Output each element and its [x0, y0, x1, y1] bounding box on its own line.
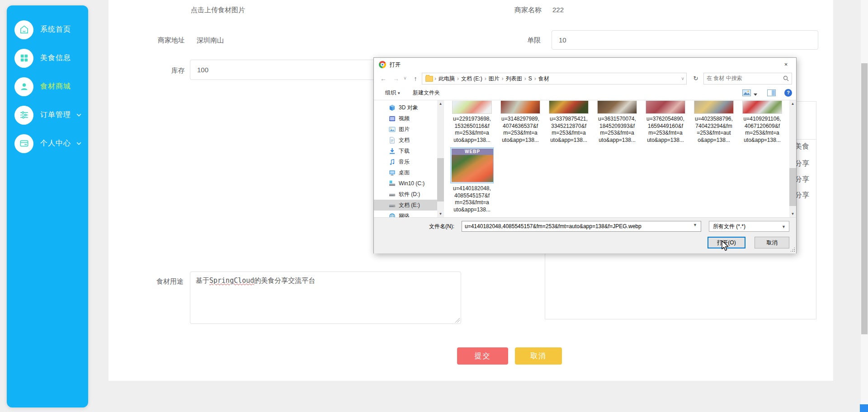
nav-pane-label: 下载: [399, 147, 410, 155]
dialog-title: 打开: [390, 58, 401, 71]
network-icon: [389, 213, 396, 218]
file-item[interactable]: u=3148297989,4074636537&fm=253&fmt=auto&…: [498, 101, 543, 144]
dialog-cancel-button[interactable]: 取消: [755, 237, 789, 248]
nav-pane-item-drive[interactable]: 软件 (D:): [374, 189, 437, 200]
music-icon: [389, 159, 396, 165]
file-name: u=3148297989,4074636537&fm=253&fmt=auto&…: [498, 116, 543, 144]
preview-pane-icon[interactable]: [767, 89, 776, 98]
file-thumbnail: [646, 101, 685, 114]
breadcrumb-item[interactable]: 列表图: [504, 75, 524, 83]
nav-pane-item-cube[interactable]: 3D 对象: [374, 102, 437, 113]
file-thumbnail: [500, 101, 540, 114]
nav-pane-item-download[interactable]: 下载: [374, 145, 437, 156]
forward-icon[interactable]: →: [391, 71, 401, 86]
usage-textarea[interactable]: 基于SpringCloud的美食分享交流平台: [190, 272, 461, 324]
sidebar-item-sliders[interactable]: 订单管理: [7, 101, 88, 129]
file-item[interactable]: u=2291973698,1532650116&fm=253&fmt=auto&…: [449, 101, 495, 144]
merchant-address-value: 深圳南山: [197, 36, 224, 45]
history-dropdown-icon[interactable]: ˅: [402, 71, 408, 86]
file-name: u=3631570074,1845209393&fm=253&fmt=auto&…: [594, 116, 640, 144]
nav-pane-item-drive-win[interactable]: Win10 (C:): [374, 178, 437, 189]
file-thumbnail: [694, 101, 734, 114]
caret-down-icon: ▾: [398, 91, 400, 95]
breadcrumb-item[interactable]: 食材: [537, 75, 551, 83]
scroll-down-icon[interactable]: ▼: [437, 211, 444, 217]
sidebar-item-home[interactable]: 系统首页: [7, 15, 88, 44]
sidebar-item-label: 系统首页: [40, 25, 71, 34]
nav-pane-item-desktop[interactable]: 桌面: [374, 167, 437, 178]
scroll-up-icon[interactable]: ▲: [789, 100, 796, 107]
order-limit-input[interactable]: [552, 30, 818, 50]
page-scrollbar-thumb[interactable]: [861, 63, 868, 334]
dialog-toolbar: 组织▾ 新建文件夹 ?: [374, 86, 796, 100]
selected-file-item[interactable]: WEBP u=4140182048,4085545157&fm=253&fmt=…: [449, 147, 495, 213]
view-caret-icon[interactable]: [754, 91, 757, 98]
file-name: u=4140182048,4085545157&fm=253&fmt=auto&…: [449, 185, 495, 213]
nav-pane-label: 软件 (D:): [399, 191, 420, 198]
cube-icon: [389, 104, 396, 111]
nav-pane-item-music[interactable]: 音乐: [374, 156, 437, 167]
filename-input[interactable]: [462, 221, 701, 232]
address-bar[interactable]: ›此电脑›文档 (E:)›图片›列表图›S›食材 ˅: [422, 73, 687, 84]
sidebar-item-label: 食材商城: [40, 82, 71, 91]
file-name: u=4023588796,740423294&fm=253&fmt=auto&a…: [691, 116, 736, 144]
places-nav-pane: 3D 对象视频图片文档下载音乐桌面Win10 (C:)软件 (D:)文档 (E:…: [374, 102, 437, 217]
dialog-nav-bar: ← → ˅ ↑ ›此电脑›文档 (E:)›图片›列表图›S›食材 ˅ ↻: [374, 71, 796, 86]
sidebar-item-grid[interactable]: 美食信息: [7, 44, 88, 72]
sidebar-item-label: 个人中心: [40, 139, 71, 148]
search-box[interactable]: [703, 73, 792, 84]
filetype-select[interactable]: 所有文件 (*.*) ▼: [709, 221, 789, 232]
merchant-address-label: 商家地址: [158, 36, 185, 45]
usage-text-misspelled: SpringCloud: [209, 276, 254, 285]
upload-hint[interactable]: 点击上传食材图片: [191, 6, 245, 14]
address-dropdown-icon[interactable]: ˅: [681, 76, 684, 81]
close-icon[interactable]: ×: [776, 58, 796, 71]
file-item[interactable]: u=3631570074,1845209393&fm=253&fmt=auto&…: [594, 101, 640, 144]
submit-button[interactable]: 提交: [457, 347, 508, 365]
search-icon: [783, 75, 789, 83]
filename-dropdown-icon[interactable]: ▼: [693, 223, 697, 227]
panel-item-text: 分享: [795, 175, 809, 184]
open-button[interactable]: 打开(O): [708, 237, 745, 248]
scroll-up-icon[interactable]: ▲: [437, 100, 444, 107]
sidebar-item-wallet[interactable]: 个人中心: [7, 129, 88, 158]
nav-pane-item-drive[interactable]: 文档 (E:): [374, 200, 437, 211]
breadcrumb-item[interactable]: 此电脑: [437, 75, 457, 83]
page-scrollbar-corner: [860, 404, 868, 412]
file-item[interactable]: u=3762054890,1659449160&fm=253&fmt=auto&…: [643, 101, 688, 144]
file-item[interactable]: u=4109291106,4067120609&fm=253&fmt=auto&…: [740, 101, 785, 144]
up-icon[interactable]: ↑: [411, 71, 420, 86]
nav-pane-item-doc[interactable]: 文档: [374, 135, 437, 145]
back-icon[interactable]: ←: [378, 71, 388, 86]
help-icon[interactable]: ?: [784, 89, 792, 97]
new-folder-button[interactable]: 新建文件夹: [413, 86, 440, 100]
breadcrumb-item[interactable]: S: [527, 75, 534, 82]
grid-icon: [14, 49, 33, 68]
dialog-content: 3D 对象视频图片文档下载音乐桌面Win10 (C:)软件 (D:)文档 (E:…: [374, 100, 796, 217]
sidebar-item-label: 订单管理: [40, 110, 71, 120]
desktop-icon: [389, 169, 396, 176]
cancel-button[interactable]: 取消: [515, 347, 562, 365]
page: 点击上传食材图片 商家名称 222 商家地址 深圳南山 单限 库存 食材用途 基…: [0, 0, 868, 412]
organize-menu[interactable]: 组织▾: [385, 86, 400, 100]
file-list-scrollbar[interactable]: ▲ ▼: [789, 100, 796, 217]
usage-text-prefix: 基于: [196, 276, 209, 285]
textarea-resize-handle[interactable]: [455, 318, 460, 323]
breadcrumb-item[interactable]: 图片: [487, 75, 501, 83]
file-name: u=4109291106,4067120609&fm=253&fmt=auto&…: [740, 116, 785, 144]
scroll-down-icon[interactable]: ▼: [789, 211, 796, 217]
dialog-title-bar[interactable]: 打开 ×: [374, 58, 796, 71]
nav-pane-item-network[interactable]: 网络: [374, 211, 437, 217]
file-item[interactable]: u=4023588796,740423294&fm=253&fmt=auto&a…: [691, 101, 736, 144]
file-item[interactable]: u=3379875421,3345212870&fm=253&fmt=auto&…: [546, 101, 591, 144]
refresh-icon[interactable]: ↻: [690, 73, 701, 84]
nav-pane-scrollbar[interactable]: ▲ ▼: [437, 100, 444, 217]
nav-pane-item-film[interactable]: 视频: [374, 113, 437, 124]
download-icon: [389, 148, 396, 154]
thumbnail-view-icon[interactable]: [742, 89, 751, 98]
sidebar-item-user[interactable]: 食材商城: [7, 72, 88, 101]
nav-pane-item-picture[interactable]: 图片: [374, 124, 437, 135]
search-input[interactable]: [704, 73, 782, 83]
picture-icon: [389, 126, 396, 133]
breadcrumb-item[interactable]: 文档 (E:): [459, 75, 484, 83]
